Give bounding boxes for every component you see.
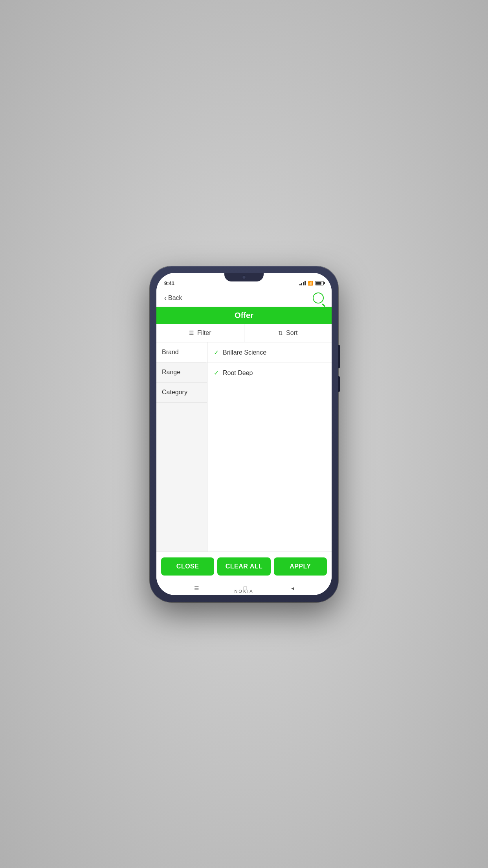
signal-bar-3 [303, 282, 304, 285]
option-root-deep-label: Root Deep [223, 370, 253, 377]
battery-icon [315, 281, 324, 285]
clear-all-button[interactable]: CLEAR ALL [217, 557, 270, 576]
filter-options-panel: ✓ Brillare Science ✓ Root Deep [207, 342, 332, 552]
close-button[interactable]: CLOSE [161, 557, 214, 576]
camera-notch [242, 275, 246, 279]
notch [224, 273, 264, 281]
sort-button[interactable]: ⇅ Sort [244, 324, 332, 342]
option-brillare-label: Brillare Science [223, 349, 266, 356]
back-button[interactable]: ‹ Back [164, 294, 182, 302]
search-icon[interactable] [313, 292, 324, 303]
sort-icon: ⇅ [278, 330, 283, 336]
sidebar-item-category[interactable]: Category [156, 383, 207, 403]
status-time: 9:41 [164, 280, 174, 286]
back-label: Back [168, 294, 182, 302]
back-arrow-icon: ‹ [164, 294, 167, 302]
filter-sidebar: Brand Range Category [156, 342, 207, 552]
sort-label: Sort [286, 329, 297, 337]
content-area: Brand Range Category ✓ Brillare Science … [156, 342, 332, 552]
filter-option-root-deep[interactable]: ✓ Root Deep [207, 363, 332, 383]
filter-label: Filter [197, 329, 211, 337]
phone-screen: 9:41 📶 ‹ Back [156, 273, 332, 595]
side-button-volume [338, 345, 340, 368]
filter-sort-bar: ☰ Filter ⇅ Sort [156, 324, 332, 342]
filter-option-brillare[interactable]: ✓ Brillare Science [207, 342, 332, 363]
filter-button[interactable]: ☰ Filter [156, 324, 244, 342]
offer-title: Offer [235, 311, 253, 320]
sidebar-category-label: Category [162, 389, 187, 395]
sidebar-brand-label: Brand [162, 349, 179, 355]
offer-banner: Offer [156, 307, 332, 324]
sidebar-item-range[interactable]: Range [156, 362, 207, 383]
filter-icon: ☰ [189, 330, 194, 336]
check-icon-brillare: ✓ [214, 349, 219, 356]
bottom-action-bar: CLOSE CLEAR ALL APPLY [156, 552, 332, 581]
side-button-power [338, 376, 340, 392]
sidebar-range-label: Range [162, 369, 180, 375]
status-icons: 📶 [299, 281, 324, 286]
nokia-brand-label: NOKIA [234, 589, 253, 594]
phone-device: 9:41 📶 ‹ Back [150, 266, 338, 602]
battery-fill [316, 282, 321, 285]
check-icon-root-deep: ✓ [214, 369, 219, 377]
wifi-icon: 📶 [308, 281, 313, 286]
status-bar: 9:41 📶 [156, 273, 332, 289]
signal-bar-4 [305, 281, 306, 285]
signal-bar-1 [299, 284, 301, 285]
android-back-icon[interactable]: ◂ [291, 585, 294, 591]
android-menu-icon[interactable]: ☰ [194, 585, 199, 591]
signal-bars-icon [299, 281, 306, 285]
apply-button[interactable]: APPLY [274, 557, 327, 576]
navigation-bar: ‹ Back [156, 289, 332, 307]
sidebar-item-brand[interactable]: Brand [156, 342, 207, 362]
signal-bar-2 [301, 283, 302, 285]
